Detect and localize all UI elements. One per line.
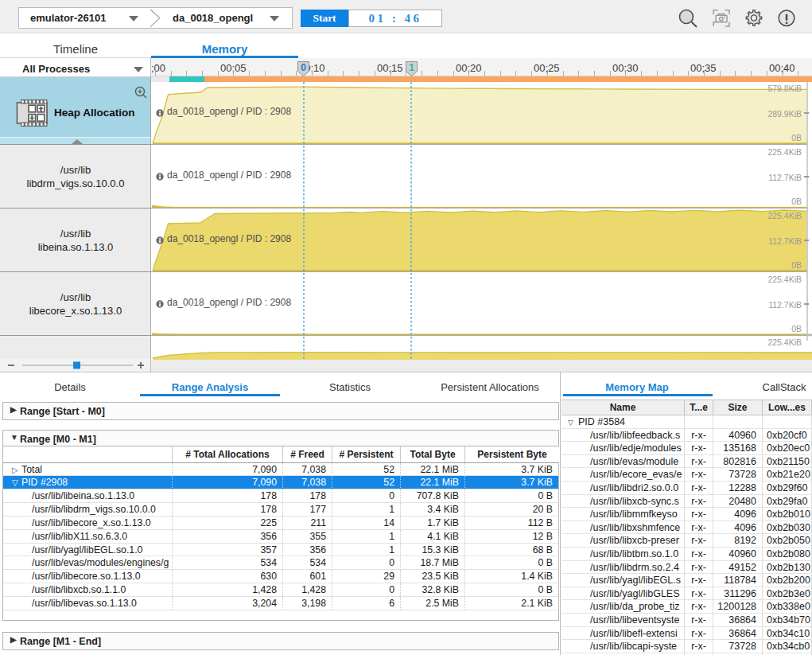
svg-text:0: 0 [301, 62, 306, 73]
svg-text:1: 1 [409, 62, 414, 73]
